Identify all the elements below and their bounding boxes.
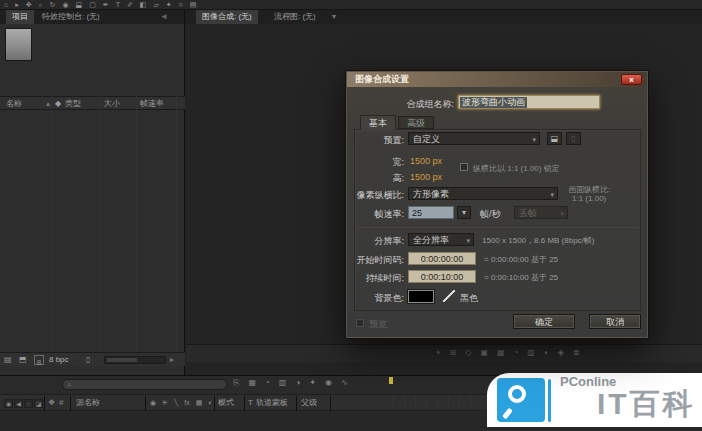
draft-3d-icon[interactable]: ▦: [248, 378, 256, 388]
project-column-header: 名称 ▴ ◆ 类型 大小 帧速率: [0, 96, 185, 110]
preset-dropdown[interactable]: 自定义 ▾: [408, 132, 540, 145]
brush-tool-icon[interactable]: ✐: [127, 0, 133, 9]
motion-blur-icon[interactable]: ◑: [295, 378, 300, 388]
dialog-title[interactable]: 图像合成设置: [347, 72, 647, 87]
close-icon[interactable]: x: [621, 74, 642, 85]
bit-depth-icon[interactable]: 8: [34, 355, 44, 365]
start-timecode-input[interactable]: 0:00:00:00: [408, 252, 476, 265]
unified-camera-tool-icon[interactable]: ◉: [62, 0, 68, 9]
project-scrollbar[interactable]: [104, 356, 166, 364]
eyedropper-icon[interactable]: [443, 290, 455, 302]
audio-icon[interactable]: ◀: [14, 399, 23, 408]
solo-icon[interactable]: ○: [24, 399, 33, 408]
trkmat-column[interactable]: 轨道蒙板: [256, 395, 288, 411]
time-ruler[interactable]: [393, 396, 481, 408]
puppet-tool-icon[interactable]: ✦: [166, 0, 172, 9]
save-preset-button[interactable]: ⬓: [547, 132, 562, 145]
tab-basic[interactable]: 基本: [360, 115, 396, 130]
trkmat-t-label[interactable]: T: [248, 395, 253, 411]
chevron-down-icon[interactable]: ▾: [330, 10, 338, 24]
column-name[interactable]: 名称: [6, 97, 22, 111]
sort-icon[interactable]: ▴: [46, 97, 50, 111]
quality-switch-icon[interactable]: ╲: [174, 395, 178, 411]
pixel-aspect-dropdown[interactable]: 方形像素 ▾: [408, 187, 558, 200]
pen-tool-icon[interactable]: ✒: [103, 0, 109, 9]
comp-name-value: 波形弯曲小动画: [460, 97, 527, 108]
width-value[interactable]: 1500 px: [410, 156, 442, 166]
current-time-indicator[interactable]: [389, 377, 393, 384]
zoom-tool-icon[interactable]: ⌕: [39, 0, 43, 9]
panel-scroll-left-icon[interactable]: ◄: [158, 10, 170, 24]
clone-stamp-tool-icon[interactable]: ◧: [140, 0, 147, 9]
transparency-grid-icon[interactable]: ▦: [497, 348, 505, 358]
trash-icon[interactable]: ▯: [86, 353, 90, 367]
column-framerate[interactable]: 帧速率: [140, 97, 164, 111]
magnify-ratio-icon[interactable]: ⌖: [436, 348, 441, 358]
label-color-icon[interactable]: ❖: [48, 395, 55, 411]
selection-tool-icon[interactable]: ▸: [15, 0, 19, 9]
cancel-button[interactable]: 取消: [589, 314, 641, 329]
interpret-footage-icon[interactable]: ▤: [4, 353, 12, 367]
lock-icon[interactable]: ◪: [34, 399, 43, 408]
resolution-icon[interactable]: ▥: [527, 348, 535, 358]
hand-tool-icon[interactable]: ✥: [26, 0, 32, 9]
tab-composition[interactable]: 图像合成: (无): [196, 10, 258, 24]
motion-blur-switch-icon[interactable]: ◐: [208, 395, 212, 411]
parent-column[interactable]: 父级: [301, 395, 317, 411]
camera-view-icon[interactable]: ◔: [514, 348, 519, 358]
rotate-tool-icon[interactable]: ↻: [50, 0, 56, 9]
safe-zones-icon[interactable]: ⊞: [450, 348, 457, 358]
collapse-switch-icon[interactable]: ✳: [162, 395, 168, 411]
effect-switch-icon[interactable]: fx: [184, 395, 189, 411]
frame-blend-icon[interactable]: ▥: [279, 378, 287, 388]
column-divider: [70, 396, 71, 411]
comp-mini-flowchart-icon[interactable]: ⎘: [233, 378, 239, 388]
height-value[interactable]: 1500 px: [410, 172, 442, 182]
pan-behind-tool-icon[interactable]: ⬓: [76, 0, 83, 9]
scrollbar-thumb[interactable]: [107, 358, 137, 362]
column-divider: [145, 396, 146, 411]
fast-preview-icon[interactable]: ◈: [558, 348, 564, 358]
label-color-icon[interactable]: ◆: [55, 97, 61, 111]
source-name-column[interactable]: 源名称: [76, 395, 100, 411]
duration-input[interactable]: 0:00:10:00: [408, 270, 476, 283]
video-eye-icon[interactable]: ◉: [4, 399, 13, 408]
lock-aspect-checkbox[interactable]: [460, 163, 468, 171]
column-type[interactable]: 类型: [65, 97, 81, 111]
mode-column[interactable]: 模式: [218, 395, 234, 411]
home-icon[interactable]: ⌂: [4, 0, 8, 9]
framerate-dropdown-button[interactable]: ▾: [457, 206, 471, 219]
frame-blend-switch-icon[interactable]: ▦: [196, 395, 203, 411]
mask-shape-tool-icon[interactable]: ▢: [89, 0, 96, 9]
project-panel-footer: ▤ ⬒ 8 8 bpc ▯ ▸: [0, 352, 185, 366]
comp-name-input[interactable]: 波形弯曲小动画: [458, 95, 600, 109]
column-size[interactable]: 大小: [104, 97, 120, 111]
type-tool-icon[interactable]: T: [116, 0, 120, 9]
eraser-tool-icon[interactable]: ▱: [153, 0, 158, 9]
framerate-input[interactable]: 25: [408, 206, 454, 219]
ok-button[interactable]: 确定: [513, 314, 575, 329]
mask-visibility-icon[interactable]: ◇: [465, 348, 471, 358]
axis-mode-icon[interactable]: ⌗: [179, 0, 183, 9]
brainstorm-icon[interactable]: ✦: [309, 378, 316, 388]
bit-depth-label[interactable]: 8 bpc: [49, 353, 69, 367]
timeline-search-input[interactable]: ⌕: [62, 379, 227, 390]
auto-keyframe-icon[interactable]: ◉: [325, 378, 332, 388]
frame-aspect-value: 1:1 (1.00): [572, 194, 606, 203]
graph-editor-icon[interactable]: ∿: [341, 378, 348, 388]
resolution-dropdown[interactable]: 全分辨率 ▾: [408, 233, 474, 246]
tab-effect-controls[interactable]: 特效控制台: (无): [36, 10, 106, 24]
tab-flowchart[interactable]: 流程图: (无): [268, 10, 322, 24]
scroll-right-icon[interactable]: ▸: [170, 353, 174, 367]
shy-switch-icon[interactable]: ◉: [150, 395, 156, 411]
workspace-icon[interactable]: ▤: [190, 0, 197, 9]
background-color-swatch[interactable]: [408, 290, 434, 303]
region-of-interest-icon[interactable]: ▣: [480, 348, 488, 358]
tab-project[interactable]: 项目: [6, 10, 34, 24]
timeline-button-icon[interactable]: ≣: [573, 348, 580, 358]
tab-advanced[interactable]: 高级: [398, 116, 434, 129]
new-folder-icon[interactable]: ⬒: [19, 353, 27, 367]
hide-shy-icon[interactable]: ◔: [265, 378, 270, 388]
pixel-aspect-correction-icon[interactable]: ◐: [544, 348, 549, 358]
background-color-name: 黑色: [460, 292, 478, 305]
